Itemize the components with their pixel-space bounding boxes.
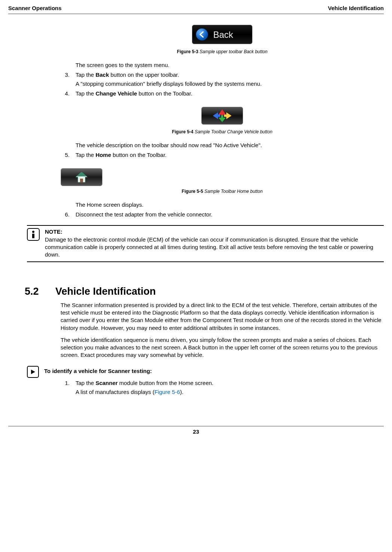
figure-5-3: Back <box>61 25 384 46</box>
procedure-heading: To identify a vehicle for Scanner testin… <box>27 366 384 378</box>
proc-step-1: 1. Tap the Scanner module button from th… <box>61 379 384 396</box>
home-icon <box>75 171 88 183</box>
section-para-1: The Scanner information presented is pro… <box>61 301 384 332</box>
header-rule <box>8 13 384 14</box>
step4-result: The vehicle description on the toolbar s… <box>61 142 384 149</box>
header-left: Scanner Operations <box>8 4 62 12</box>
home-button-sample <box>61 168 102 186</box>
note-body: Damage to the electronic control module … <box>45 236 373 258</box>
change-vehicle-icon <box>202 107 243 124</box>
running-header: Scanner Operations Vehicle Identificatio… <box>8 4 384 12</box>
step-5: 5. Tap the Home button on the Toolbar. <box>61 151 384 159</box>
step2-result: The screen goes to the system menu. <box>61 61 384 69</box>
figure-5-4-caption: Figure 5-4 Sample Toolbar Change Vehicle… <box>61 129 384 135</box>
figure-5-5 <box>61 168 384 186</box>
step-3: 3. Tap the Back button on the upper tool… <box>61 71 384 88</box>
svg-rect-1 <box>80 179 83 182</box>
step5-result: The Home screen displays. <box>61 201 384 209</box>
note-label: NOTE: <box>45 228 384 236</box>
back-button-sample: Back <box>192 25 252 44</box>
step-6: 6. Disconnect the test adapter from the … <box>61 211 384 218</box>
figure-5-6-link[interactable]: Figure 5-6 <box>154 389 180 395</box>
svg-marker-2 <box>76 172 87 176</box>
proc-step-1-result: A list of manufactures displays (Figure … <box>76 388 384 396</box>
step-4: 4. Tap the Change Vehicle button on the … <box>61 90 384 97</box>
svg-point-3 <box>32 231 34 233</box>
section-heading: 5.2Vehicle Identification <box>25 285 384 298</box>
svg-marker-5 <box>31 370 35 374</box>
change-vehicle-button-sample <box>201 107 243 125</box>
section-para-2: The vehicle identification sequence is m… <box>61 336 384 359</box>
note-box: NOTE: Damage to the electronic control m… <box>27 225 384 262</box>
play-icon <box>27 366 39 378</box>
back-arrow-icon <box>196 28 208 40</box>
figure-5-4 <box>61 107 384 127</box>
svg-rect-4 <box>32 234 34 238</box>
figure-5-3-caption: Figure 5-3 Sample upper toolbar Back but… <box>61 49 384 55</box>
page-number: 23 <box>8 427 384 442</box>
step-3-result: A "stopping communication" briefly displ… <box>76 80 384 88</box>
figure-5-5-caption: Figure 5-5 Sample Toolbar Home button <box>61 188 384 194</box>
header-right: Vehicle Identification <box>328 4 384 12</box>
back-button-label: Back <box>213 29 233 41</box>
info-icon <box>27 228 40 241</box>
